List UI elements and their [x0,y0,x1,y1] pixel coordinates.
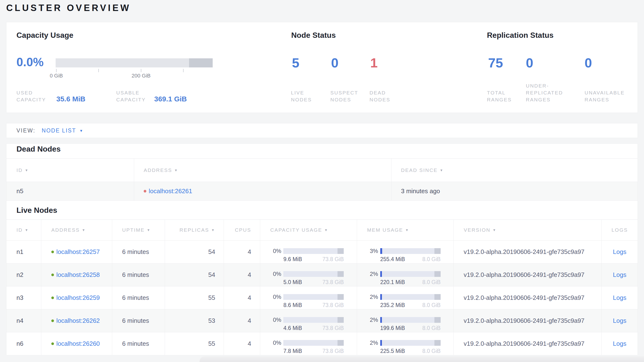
axis-tick [183,69,184,72]
node-address-link[interactable]: localhost:26257 [56,248,100,256]
live-status-dot-icon [51,342,54,345]
column-header-capacity[interactable]: CAPACITY USAGE ▼ [260,220,357,240]
sort-desc-icon: ▼ [405,228,409,232]
capacity-used-value: 7.8 MiB [283,348,302,354]
mem-usage-cell: 3% 255.4 MiB 8.0 GiB [357,241,454,263]
capacity-total-value: 73.8 GiB [322,302,344,308]
node-address-link[interactable]: localhost:26260 [56,340,100,347]
column-header-address[interactable]: ADDRESS ▼ [134,158,391,182]
mem-used-value: 235.2 MiB [380,302,405,308]
node-address-cell: localhost:26261 [134,182,391,200]
column-header-label: MEM USAGE [367,227,403,233]
view-selector-bar: VIEW: NODE LIST ▼ [6,123,638,138]
column-header-cpus[interactable]: CPUS [224,220,260,240]
column-header-version[interactable]: VERSION ▼ [454,220,602,240]
replicas-cell: 54 [165,264,224,286]
cpus-cell: 4 [224,286,260,309]
node-address-link[interactable]: localhost:26259 [56,294,100,301]
logs-link[interactable]: Logs [613,248,626,256]
total-ranges-count: 75 [488,56,503,70]
axis-tick [98,69,99,72]
live-nodes-heading: Live Nodes [16,206,57,215]
live-nodes-table: ID ▼ ADDRESS ▼ UPTIME ▼ REPLICAS ▼ CPUS … [6,220,638,355]
column-header-label: LOGS [612,227,628,233]
uptime-cell: 6 minutes [112,332,165,355]
suspect-nodes-label: SUSPECT NODES [330,89,364,103]
column-header-logs: LOGS [602,220,638,240]
node-id-cell: n2 [6,264,41,286]
capacity-total-value: 73.8 GiB [322,325,344,331]
mem-total-value: 8.0 GiB [422,325,441,331]
live-node-row: n4 localhost:26262 6 minutes 53 4 0% 4.6… [6,309,638,332]
capacity-total-value: 73.8 GiB [322,256,344,263]
column-header-uptime[interactable]: UPTIME ▼ [112,220,165,240]
logs-cell: Logs [602,309,638,332]
capacity-used-value: 5.0 MiB [283,279,302,285]
dead-nodes-header-row: ID ▼ ADDRESS ▼ DEAD SINCE ▼ [6,158,638,182]
node-id-cell: n3 [6,286,41,309]
node-address-link[interactable]: localhost:26261 [149,188,192,195]
used-capacity-value: 35.6 MiB [56,95,86,103]
replication-status-heading: Replication Status [487,31,554,40]
logs-cell: Logs [602,264,638,286]
node-address-link[interactable]: localhost:26262 [56,317,100,324]
live-status-dot-icon [51,274,54,276]
uptime-cell: 6 minutes [112,286,165,309]
node-status-heading: Node Status [291,31,336,40]
node-address-cell: localhost:26262 [41,309,112,332]
dead-nodes-label: DEAD NODES [370,89,403,103]
column-header-dead-since[interactable]: DEAD SINCE ▼ [391,158,638,182]
version-cell: v19.2.0-alpha.20190606-2491-gfe735c9a97 [454,309,602,332]
mem-bar-fill [380,271,382,277]
mem-bar-fill [380,317,382,323]
capacity-usage-cell: 0% 9.6 MiB 73.8 GiB [260,241,357,263]
column-header-address[interactable]: ADDRESS ▼ [41,220,112,240]
column-header-id[interactable]: ID ▼ [6,220,41,240]
capacity-used-value: 4.6 MiB [283,325,302,331]
chevron-down-icon[interactable]: ▼ [80,129,83,133]
capacity-bar [283,317,344,323]
suspect-nodes-count: 0 [331,56,338,70]
column-header-mem[interactable]: MEM USAGE ▼ [357,220,454,240]
mem-percent: 2% [357,317,380,323]
capacity-bar [283,248,344,254]
column-header-replicas[interactable]: REPLICAS ▼ [165,220,224,240]
logs-link[interactable]: Logs [613,317,626,324]
under-replicated-count: 0 [526,56,533,70]
logs-link[interactable]: Logs [613,340,626,347]
column-header-id[interactable]: ID ▼ [6,158,134,182]
capacity-used-percent: 0.0% [16,55,44,69]
logs-link[interactable]: Logs [613,271,626,279]
under-replicated-label: UNDER-REPLICATED RANGES [526,82,577,103]
capacity-usage-cell: 0% 7.8 MiB 73.8 GiB [260,332,357,355]
view-dropdown[interactable]: NODE LIST [42,127,76,134]
capacity-used-value: 9.6 MiB [283,256,302,263]
mem-percent: 2% [357,339,380,346]
node-address-cell: localhost:26258 [41,264,112,286]
mem-total-value: 8.0 GiB [422,348,441,354]
node-address-cell: localhost:26260 [41,332,112,355]
version-cell: v19.2.0-alpha.20190606-2491-gfe735c9a97 [454,264,602,286]
live-nodes-label: LIVE NODES [291,89,324,103]
column-header-label: ADDRESS [51,227,80,233]
node-id-cell: n6 [6,332,41,355]
replicas-cell: 54 [165,241,224,263]
mem-usage-cell: 2% 225.5 MiB 8.0 GiB [357,332,454,355]
mem-used-value: 255.4 MiB [380,256,405,263]
mem-bar [380,248,441,254]
logs-link[interactable]: Logs [613,294,626,301]
mem-bar-reserved-segment [434,317,441,323]
capacity-usage-cell: 0% 8.6 MiB 73.8 GiB [260,286,357,309]
capacity-bar [283,340,344,346]
node-address-link[interactable]: localhost:26258 [56,271,100,279]
live-nodes-count: 5 [292,56,299,70]
uptime-cell: 6 minutes [112,309,165,332]
column-header-label: ID [16,167,23,173]
mem-bar-reserved-segment [434,294,441,300]
capacity-percent: 0% [260,248,283,254]
live-node-row: n1 localhost:26257 6 minutes 54 4 0% 9.6… [6,241,638,264]
mem-bar-reserved-segment [434,248,441,254]
page-title: CLUSTER OVERVIEW [6,3,131,13]
replicas-cell: 55 [165,332,224,355]
live-status-dot-icon [51,296,54,299]
